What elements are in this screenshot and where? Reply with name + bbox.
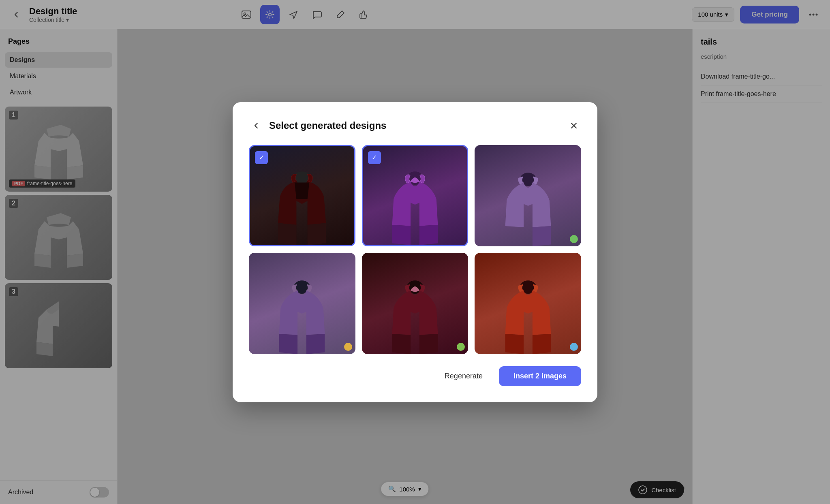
modal-close-button[interactable] — [567, 118, 581, 133]
design-card-5[interactable] — [362, 253, 468, 354]
modal-footer: Regenerate Insert 2 images — [249, 366, 581, 386]
modal-back-button[interactable] — [249, 118, 263, 133]
modal-grid: ✓ ✓ — [249, 145, 581, 354]
check-badge-2: ✓ — [368, 151, 381, 164]
regenerate-button[interactable]: Regenerate — [436, 368, 491, 384]
insert-images-button[interactable]: Insert 2 images — [499, 366, 581, 386]
design-card-6[interactable] — [475, 253, 581, 354]
design-card-1[interactable]: ✓ — [249, 145, 355, 246]
check-badge-1: ✓ — [255, 151, 268, 164]
modal-overlay[interactable]: Select generated designs ✓ — [0, 0, 830, 504]
color-dot-5 — [457, 343, 465, 351]
design-card-3[interactable] — [475, 145, 581, 246]
design-card-4[interactable] — [249, 253, 355, 354]
color-dot-6 — [570, 343, 578, 351]
modal: Select generated designs ✓ — [233, 102, 597, 402]
color-dot-3 — [570, 235, 578, 243]
modal-header: Select generated designs — [249, 118, 581, 133]
design-card-2[interactable]: ✓ — [362, 145, 468, 246]
modal-title: Select generated designs — [269, 120, 567, 131]
color-dot-4 — [344, 343, 352, 351]
